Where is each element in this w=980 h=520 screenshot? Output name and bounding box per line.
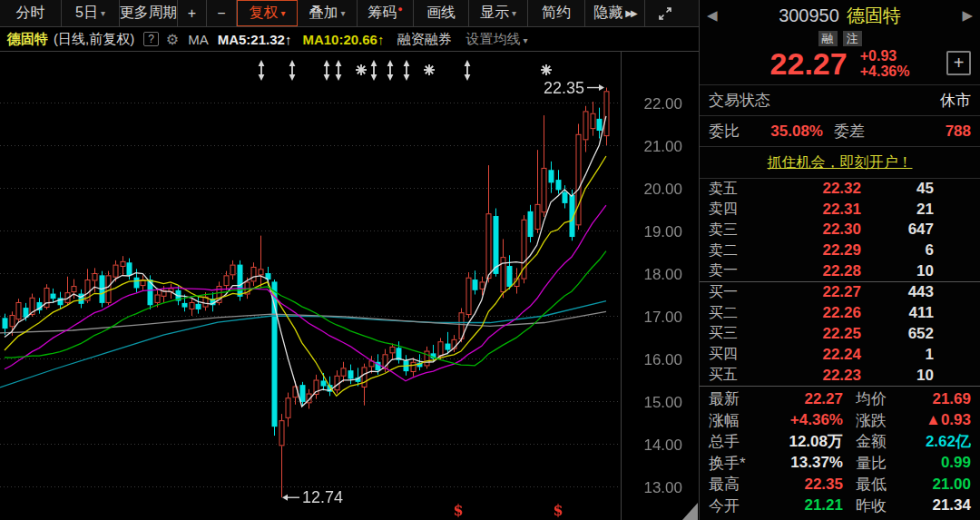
margin-badge: 融 — [818, 31, 838, 46]
bid-volume: 1 — [861, 346, 934, 364]
change-value: +0.93 — [860, 48, 910, 64]
bid-row-2[interactable]: 买二22.26411 — [700, 303, 980, 324]
ma-indicator-label: MA — [188, 32, 209, 47]
quote-panel: ◀ ▶ 300950 德固特 融 注 22.27 +0.93 +4.36% + … — [699, 0, 980, 520]
stock-app-window: 分时 5日▾ 更多周期 + − 复权▾ 叠加▾ 筹码● 画线 显示▾ 简约 隐藏… — [0, 0, 980, 520]
bid-level-label: 买四 — [709, 345, 761, 364]
help-icon[interactable]: ? — [143, 32, 159, 46]
gear-icon[interactable]: ⚙ — [166, 31, 179, 48]
more-periods-label: 更多周期 — [120, 4, 178, 23]
stat-value: ▲0.93 — [908, 411, 971, 429]
ask-level-label: 卖四 — [709, 200, 761, 219]
ask-row-3[interactable]: 卖三22.30647 — [700, 220, 980, 240]
ask-price: 22.32 — [761, 180, 861, 198]
ma-settings-label: 设置均线 — [466, 31, 520, 46]
stat-value: 2.62亿 — [908, 431, 971, 452]
next-stock-arrow[interactable]: ▶ — [962, 7, 973, 24]
ask-price: 22.28 — [761, 262, 861, 280]
caret-down-icon: ▾ — [280, 8, 285, 18]
bid-volume: 411 — [861, 304, 934, 322]
overlay-button[interactable]: 叠加▾ — [298, 0, 358, 26]
weicha-value: 788 — [946, 123, 971, 141]
ask-row-4[interactable]: 卖四22.3121 — [700, 200, 980, 221]
simple-mode-button[interactable]: 简约 — [528, 0, 585, 26]
caret-down-icon: ▾ — [523, 35, 527, 45]
plus-icon: + — [954, 53, 965, 74]
resize-corner-handle[interactable] — [682, 503, 698, 520]
ma-settings-link[interactable]: 设置均线▾ — [466, 31, 527, 48]
fullscreen-button[interactable] — [645, 0, 685, 26]
adjust-price-button[interactable]: 复权▾ — [237, 0, 298, 26]
stats-row: 换手*13.37%量比0.99 — [700, 453, 980, 475]
stats-row: 最新22.27均价21.69 — [700, 388, 980, 410]
chips-label: 筹码 — [368, 4, 397, 23]
minus-icon: − — [217, 5, 225, 22]
zoom-out-button[interactable]: − — [207, 0, 237, 26]
open-account-link[interactable]: 抓住机会，即刻开户！ — [768, 153, 913, 172]
more-periods-button[interactable]: 更多周期 — [120, 0, 178, 26]
stat-value: 12.08万 — [765, 431, 843, 452]
promo-row: 抓住机会，即刻开户！ — [700, 147, 980, 179]
ask-row-5[interactable]: 卖五22.3245 — [700, 179, 980, 200]
ask-price: 22.30 — [761, 221, 861, 239]
bid-row-4[interactable]: 买四22.241 — [700, 344, 980, 365]
ask-level-label: 卖二 — [709, 241, 761, 260]
add-to-watchlist-button[interactable]: + — [946, 51, 971, 75]
bid-price: 22.27 — [761, 283, 861, 301]
weibi-label: 委比 — [709, 121, 740, 142]
candlestick-chart-area — [0, 52, 699, 520]
ma5-value-label: MA5:21.32↑ — [218, 32, 292, 47]
stat-label: 换手* — [709, 453, 765, 474]
stat-label: 最高 — [709, 474, 765, 495]
stat-value: 21.21 — [765, 496, 843, 515]
stock-code: 300950 — [779, 5, 839, 26]
tab-minute-chart[interactable]: 分时 — [0, 0, 62, 26]
stats-row: 涨幅+4.36%涨跌▲0.93 — [700, 410, 980, 432]
stats-row: 今开21.21昨收21.34 — [700, 495, 980, 517]
stat-label: 涨跌 — [856, 410, 908, 431]
draw-line-button[interactable]: 画线 — [414, 0, 469, 26]
registered-badge: 注 — [843, 31, 862, 46]
stat-label: 总手 — [709, 431, 765, 452]
stat-value: 0.99 — [908, 454, 971, 472]
bid-level-label: 买五 — [709, 366, 761, 385]
bid-price: 22.26 — [761, 304, 861, 322]
margin-trading-link[interactable]: 融资融券 — [397, 31, 451, 48]
bid-volume: 10 — [861, 367, 934, 385]
bid-level-label: 买二 — [709, 304, 761, 323]
bid-level-label: 买三 — [709, 324, 761, 343]
ask-level-label: 卖五 — [709, 180, 761, 199]
ask-row-2[interactable]: 卖二22.296 — [700, 240, 980, 261]
zoom-in-button[interactable]: + — [178, 0, 207, 26]
tab-5day[interactable]: 5日▾ — [62, 0, 120, 26]
bid-price: 22.24 — [761, 346, 861, 364]
stat-label: 涨幅 — [709, 410, 765, 431]
weibi-row: 委比 35.08% 委差 788 — [700, 116, 980, 147]
trade-status-value: 休市 — [940, 90, 971, 111]
bid-row-3[interactable]: 买三22.25652 — [700, 324, 980, 345]
hide-button[interactable]: 隐藏▶▶ — [585, 0, 645, 26]
price-change: +0.93 +4.36% — [860, 48, 910, 79]
stat-value: 22.27 — [765, 390, 843, 408]
prev-stock-arrow[interactable]: ◀ — [707, 7, 718, 24]
display-button[interactable]: 显示▾ — [469, 0, 528, 26]
bid-book: 买一22.27443 买二22.26411 买三22.25652 买四22.24… — [700, 282, 980, 387]
candlestick-chart[interactable] — [0, 52, 699, 520]
expand-arrows-icon — [658, 6, 672, 21]
hide-label: 隐藏 — [593, 4, 622, 23]
stock-title: 300950 德固特 — [700, 0, 980, 28]
stats-block: 最新22.27均价21.69 涨幅+4.36%涨跌▲0.93 总手12.08万金… — [700, 387, 980, 518]
stat-label: 最低 — [856, 474, 908, 495]
caret-down-icon: ▾ — [340, 8, 345, 18]
bid-row-5[interactable]: 买五22.2310 — [700, 365, 980, 386]
ask-row-1[interactable]: 卖一22.2810 — [700, 260, 980, 281]
ask-price: 22.31 — [761, 201, 861, 219]
stat-value: 21.34 — [908, 496, 971, 515]
weibi-value: 35.08% — [740, 123, 823, 141]
stats-row: 最高22.35最低21.00 — [700, 474, 980, 495]
trade-status-label: 交易状态 — [709, 90, 770, 111]
bid-row-1[interactable]: 买一22.27443 — [700, 282, 980, 303]
chips-button[interactable]: 筹码● — [358, 0, 414, 26]
stat-label: 金额 — [856, 431, 908, 452]
stat-value: 22.35 — [765, 476, 843, 494]
